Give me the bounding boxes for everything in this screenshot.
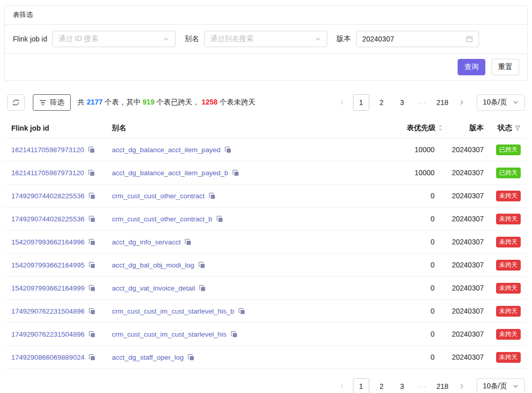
page-size-select[interactable]: 10条/页 [477, 378, 525, 393]
table-row: 1542097993662164995acct_dg_bal_obj_modi_… [4, 254, 528, 277]
pagination-page-2[interactable]: 2 [373, 94, 390, 111]
pagination-next-button[interactable] [455, 378, 468, 393]
copy-icon[interactable] [89, 239, 95, 245]
copy-icon[interactable] [89, 193, 95, 199]
flink-job-id-select[interactable]: 通过 ID 搜索 [52, 31, 175, 47]
alias-link[interactable]: acct_dg_bal_obj_modi_log [112, 261, 194, 269]
flink-job-id-link[interactable]: 1542097993662164995 [11, 261, 85, 269]
query-button[interactable]: 查询 [458, 59, 485, 75]
alias-link[interactable]: crm_cust_cust_other_contract_b [112, 215, 212, 223]
alias-link[interactable]: acct_dg_balance_acct_item_payed_b [112, 169, 228, 177]
copy-icon[interactable] [88, 147, 95, 153]
alias-link[interactable]: crm_cust_cust_im_cust_starlevel_his_b [112, 307, 234, 315]
status-cell: 已跨天 [494, 168, 521, 178]
alias-link[interactable]: acct_dg_info_servacct [112, 238, 181, 246]
version-value: 20240307 [443, 261, 494, 269]
alias-label: 别名 [185, 34, 199, 44]
table-row: 1621411705987973120acct_dg_balance_acct_… [4, 138, 528, 161]
pagination-prev-button[interactable] [336, 378, 349, 393]
status-badge: 未跨天 [496, 306, 521, 317]
pagination-prev-button[interactable] [336, 94, 349, 111]
column-status-label: 状态 [498, 123, 512, 133]
pagination-page-3[interactable]: 3 [394, 378, 410, 393]
summary-segment: 共 [77, 98, 87, 106]
flink-job-id-link[interactable]: 1749290762231504896 [11, 307, 85, 315]
copy-icon[interactable] [89, 216, 95, 222]
copy-icon[interactable] [89, 354, 95, 361]
version-value: 20240307 [443, 215, 494, 223]
status-badge: 未跨天 [496, 214, 521, 224]
version-label: 版本 [337, 34, 351, 44]
summary-segment: 个表未跨天 [218, 98, 255, 106]
alias-link[interactable]: acct_dg_balance_acct_item_payed [112, 146, 221, 154]
flink-job-id-link[interactable]: 1749290744028225536 [11, 192, 85, 200]
copy-icon[interactable] [89, 331, 95, 338]
copy-icon[interactable] [185, 239, 191, 245]
version-date-input[interactable]: 20240307 [356, 31, 479, 47]
toolbar: 筛选 共 2177 个表，其中 919 个表已跨天， 1258 个表未跨天 12… [4, 94, 528, 111]
alias-cell: crm_cust_cust_im_cust_starlevel_his_b [112, 307, 335, 315]
copy-icon[interactable] [209, 193, 215, 199]
footer: 123···218 10条/页 [4, 369, 528, 393]
sort-icon[interactable] [438, 125, 443, 131]
total-count: 2177 [87, 98, 103, 106]
flink-job-id-label: Flink job id [13, 35, 47, 43]
flink-job-id-link[interactable]: 1542097993662164999 [11, 284, 85, 292]
copy-icon[interactable] [239, 308, 245, 315]
uncrossed-count: 1258 [202, 98, 218, 106]
flink-job-id-link[interactable]: 1749290866069889024 [11, 354, 85, 361]
version-value: 20240307 [443, 307, 494, 315]
alias-cell: acct_dg_vat_invoice_detail [112, 284, 335, 292]
priority-value: 0 [335, 353, 443, 361]
flink-job-id-link[interactable]: 1542097993662164996 [11, 238, 85, 246]
status-badge: 已跨天 [496, 144, 521, 155]
alias-select[interactable]: 通过别名搜索 [204, 31, 327, 47]
filter-funnel-icon[interactable] [515, 125, 521, 131]
page-size-select[interactable]: 10条/页 [477, 94, 525, 111]
pagination-ellipsis[interactable]: ··· [415, 98, 430, 107]
status-cell: 未跨天 [494, 352, 521, 363]
filter-toggle-button[interactable]: 筛选 [33, 94, 71, 111]
reset-button[interactable]: 重置 [491, 59, 519, 75]
pagination-page-1[interactable]: 1 [353, 94, 369, 111]
table-row: 1749290762231504896crm_cust_cust_im_cust… [4, 323, 528, 346]
pagination-page-2[interactable]: 2 [373, 378, 390, 393]
copy-icon[interactable] [88, 170, 95, 176]
summary-segment: 个表已跨天， [154, 98, 202, 106]
alias-link[interactable]: acct_dg_vat_invoice_detail [112, 284, 195, 292]
table-row: 1621411705987973120acct_dg_balance_acct_… [4, 161, 528, 184]
chevron-down-icon [315, 36, 321, 42]
flink-job-id-link[interactable]: 1749290744028225536 [11, 215, 85, 223]
copy-icon[interactable] [89, 308, 95, 315]
alias-link[interactable]: crm_cust_cust_im_cust_starlevel_his [112, 330, 227, 338]
pagination-page-3[interactable]: 3 [394, 94, 410, 111]
copy-icon[interactable] [89, 262, 95, 268]
copy-icon[interactable] [216, 216, 223, 222]
column-priority[interactable]: 表优先级 [335, 123, 443, 133]
copy-icon[interactable] [199, 262, 205, 268]
copy-icon[interactable] [89, 285, 95, 292]
priority-value: 0 [335, 330, 443, 338]
copy-icon[interactable] [231, 331, 238, 338]
refresh-button[interactable] [7, 94, 25, 111]
version-value: 20240307 [443, 330, 494, 338]
flink-job-id-link[interactable]: 1621411705987973120 [11, 146, 84, 154]
copy-icon[interactable] [232, 170, 239, 176]
alias-link[interactable]: acct_dg_staff_oper_log [112, 354, 184, 361]
pager-group-top: 123···218 10条/页 [336, 94, 525, 111]
flink-job-id-link[interactable]: 1749290762231504896 [11, 330, 85, 338]
flink-job-id-link[interactable]: 1621411705987973120 [11, 169, 84, 177]
pagination-ellipsis[interactable]: ··· [415, 382, 430, 390]
copy-icon[interactable] [188, 354, 194, 361]
alias-cell: acct_dg_info_servacct [112, 238, 335, 246]
alias-link[interactable]: crm_cust_cust_other_contract [112, 192, 205, 200]
pagination-page-218[interactable]: 218 [434, 94, 451, 111]
pagination-page-218[interactable]: 218 [434, 378, 451, 393]
alias-cell: acct_dg_balance_acct_item_payed_b [112, 169, 335, 177]
copy-icon[interactable] [225, 147, 231, 153]
chevron-down-icon [163, 36, 169, 42]
pagination-top: 123···218 [336, 94, 468, 111]
pagination-next-button[interactable] [455, 94, 468, 111]
copy-icon[interactable] [199, 285, 206, 292]
pagination-page-1[interactable]: 1 [353, 378, 369, 393]
